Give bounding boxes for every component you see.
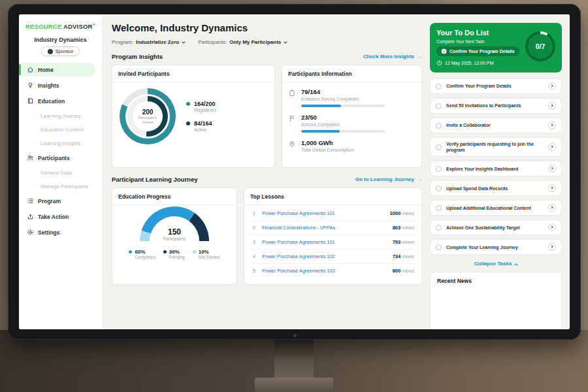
stat-emission-survey: 79/164 Emission Survey Completed <box>288 88 416 107</box>
card-title: Invited Participants <box>112 65 274 82</box>
next-task-pill[interactable]: Confirm Your Program Details <box>436 46 519 56</box>
participants-information-card: Participants Information 79/164 Emission… <box>282 65 422 168</box>
go-to-learning-journey-link[interactable]: Go to Learning Journey → <box>355 176 422 182</box>
chevron-right-icon <box>550 167 553 169</box>
section-title: Program Insights <box>112 53 163 60</box>
task-row[interactable]: Complete Your Learning Journey <box>430 239 562 255</box>
chevron-up-icon <box>514 263 518 267</box>
chevron-right-icon <box>550 225 553 228</box>
task-checkbox[interactable] <box>436 123 442 129</box>
legend-item-pending: 30% Pending <box>163 249 185 259</box>
insights-cards-row: Invited Participants 200 Participants In… <box>112 65 422 168</box>
program-insights-section-header: Program Insights Check More Insights → <box>112 53 422 60</box>
task-checkbox[interactable] <box>436 186 442 191</box>
clock-icon <box>436 60 442 66</box>
participants-dropdown[interactable]: Participants: Only My Participants <box>198 39 287 45</box>
sidebar-item-label: Learning Journey <box>41 113 81 119</box>
filter-bar: Program: Industrialize Zero Participants… <box>112 39 422 45</box>
task-chevron-button[interactable] <box>548 102 556 110</box>
task-row[interactable]: Explore Your Insights Dashboard <box>430 161 562 176</box>
legend-item-registered: 164/200 Registered <box>186 101 216 112</box>
task-checkbox[interactable] <box>436 103 442 109</box>
sidebar-nav: Home Insights Education Learning Journey <box>19 63 102 241</box>
task-row[interactable]: Send 50 Invitations to Participants <box>430 98 562 114</box>
sidebar-item-participants[interactable]: Participants <box>19 151 102 165</box>
task-checkbox[interactable] <box>436 166 442 172</box>
lesson-row: 4 Power Purchase Agreements 102 734 view… <box>250 250 416 264</box>
location-pin-icon <box>288 140 296 148</box>
task-row[interactable]: Achieve One Sustainability Target <box>430 220 562 235</box>
legend-dot-icon <box>193 250 196 253</box>
sidebar-item-general-data[interactable]: General Data <box>19 167 102 178</box>
app-logo: RESOURCE ADVISOR+ <box>19 21 102 34</box>
sponsor-badge[interactable]: Sponsor <box>41 46 80 56</box>
sidebar-item-label: Learning Insights <box>41 140 80 146</box>
task-checkbox[interactable] <box>436 225 442 231</box>
sidebar-item-label: Education Content <box>41 127 84 133</box>
sidebar-item-home[interactable]: Home <box>19 63 95 76</box>
legend-dot-icon <box>129 250 132 253</box>
recent-news-card: Recent News <box>430 272 562 329</box>
check-circle-icon <box>441 48 447 54</box>
sidebar-item-label: Education <box>38 98 65 105</box>
task-chevron-button[interactable] <box>548 122 556 129</box>
sidebar-item-education[interactable]: Education <box>19 94 102 108</box>
emission-survey-progress-bar <box>301 105 385 107</box>
sponsor-label: Sponsor <box>56 48 74 54</box>
task-row[interactable]: Upload Spend Data Records <box>430 180 562 196</box>
stat-actions-completed: 23/50 Actions Completed <box>288 114 416 133</box>
sidebar-item-label: Settings <box>38 229 60 236</box>
task-row[interactable]: Confirm Your Program Details <box>430 78 562 94</box>
chevron-right-icon <box>550 206 553 208</box>
lesson-row: 1 Power Purchase Agreements 101 1000 vie… <box>250 206 416 221</box>
task-chevron-button[interactable] <box>548 82 556 90</box>
chevron-right-icon <box>550 186 553 189</box>
sidebar-item-manage-participants[interactable]: Manage Participants <box>19 180 102 192</box>
todo-summary-card: Your To Do List Complete Your Next Task:… <box>430 23 562 73</box>
task-checkbox[interactable] <box>436 144 442 150</box>
lesson-row: 2 Financial Considerations - VPPAs 803 v… <box>250 221 416 235</box>
sidebar-item-label: Participants <box>38 155 70 161</box>
legend-item-active: 84/164 Active <box>186 120 216 132</box>
sidebar-item-label: Home <box>38 67 54 73</box>
sidebar-item-take-action[interactable]: Take Action <box>19 210 102 223</box>
sidebar-item-learning-journey[interactable]: Learning Journey <box>19 110 102 122</box>
sidebar-item-insights[interactable]: Insights <box>19 78 102 92</box>
sidebar-item-program[interactable]: Program <box>19 194 102 208</box>
task-checkbox[interactable] <box>436 244 442 250</box>
task-row[interactable]: Invite a Collaborator <box>430 118 562 133</box>
content-area: Welcome, Industry Dynamics Program: Indu… <box>103 14 570 329</box>
check-more-insights-link[interactable]: Check More Insights → <box>363 54 422 59</box>
task-row[interactable]: Upload Additional Educational Content <box>430 200 562 216</box>
lesson-link[interactable]: Power Purchase Agreements 102 <box>262 253 387 259</box>
actions-completed-progress-bar <box>301 130 385 133</box>
task-chevron-button[interactable] <box>548 223 556 231</box>
people-icon <box>27 154 34 161</box>
sidebar-item-learning-insights[interactable]: Learning Insights <box>19 137 102 149</box>
chevron-down-icon <box>284 40 287 44</box>
lesson-link[interactable]: Power Purchase Agreements 101 <box>262 239 387 245</box>
task-checkbox[interactable] <box>436 205 442 211</box>
list-icon <box>27 197 34 204</box>
sidebar-item-settings[interactable]: Settings <box>19 225 102 239</box>
gauge-center-value: 150 <box>140 228 209 236</box>
sponsor-icon <box>48 49 53 54</box>
task-chevron-button[interactable] <box>548 143 556 151</box>
lesson-link[interactable]: Power Purchase Agreements 101 <box>262 210 384 216</box>
collapse-tasks-link[interactable]: Collapse Tasks <box>430 261 562 267</box>
todo-panel: Your To Do List Complete Your Next Task:… <box>429 14 570 329</box>
legend-item-not-started: 10% Not Started <box>193 249 220 259</box>
program-dropdown[interactable]: Program: Industrialize Zero <box>112 39 185 45</box>
lesson-link[interactable]: Financial Considerations - VPPAs <box>262 225 387 231</box>
task-chevron-button[interactable] <box>548 204 556 212</box>
page-title: Welcome, Industry Dynamics <box>112 22 422 33</box>
task-chevron-button[interactable] <box>548 243 556 251</box>
lesson-link[interactable]: Power Purchase Agreements 103 <box>262 268 387 274</box>
task-chevron-button[interactable] <box>548 165 556 172</box>
task-row[interactable]: Verify participants requesting to join t… <box>430 137 562 157</box>
sidebar-item-education-content[interactable]: Education Content <box>19 123 102 135</box>
task-chevron-button[interactable] <box>548 184 556 192</box>
task-checkbox[interactable] <box>436 84 442 90</box>
gauge-legend: 60% Completed 30% Pending <box>129 249 220 259</box>
sidebar-item-label: Take Action <box>38 214 69 220</box>
